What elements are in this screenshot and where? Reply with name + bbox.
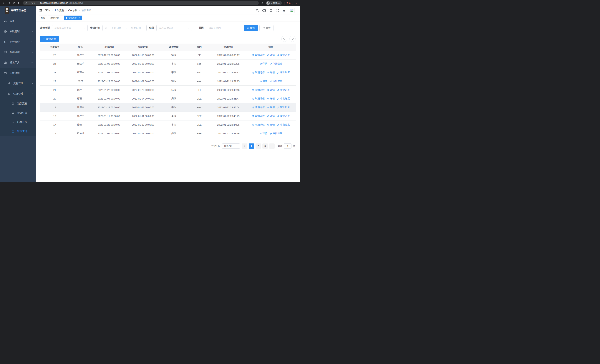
font-size-icon[interactable]: тT: [283, 9, 285, 12]
next-page-button[interactable]: [269, 143, 275, 149]
progress-link[interactable]: 审批进度: [277, 88, 290, 92]
reason-input[interactable]: [206, 25, 241, 31]
detail-link[interactable]: 详情: [260, 132, 267, 135]
tab-label: 首页: [41, 16, 45, 19]
cancel-label: 取消请假: [255, 88, 265, 92]
home-icon[interactable]: [18, 1, 21, 4]
tab-leave-query[interactable]: 请假查询×: [64, 16, 82, 20]
sidebar-item-todo-tasks[interactable]: 待办任务: [0, 108, 36, 118]
detail-label: 详情: [262, 62, 267, 65]
sidebar-item-label: 研发工具: [10, 61, 20, 64]
user-menu[interactable]: [289, 8, 297, 13]
breadcrumb-item[interactable]: OA 示例: [68, 9, 77, 12]
gear-icon: [4, 30, 7, 33]
bookmark-star-icon[interactable]: [261, 2, 264, 4]
list-icon: [8, 82, 10, 85]
tags-view: 首页流程详情×请假查询×: [36, 15, 300, 21]
pencil-icon: [270, 132, 272, 135]
sidebar-item-payment[interactable]: ¥支付管理: [0, 37, 36, 47]
progress-link[interactable]: 审批进度: [277, 53, 290, 57]
refresh-icon: [262, 27, 265, 29]
sidebar-item-workflow[interactable]: 工作流程: [0, 68, 36, 78]
search-icon[interactable]: [256, 9, 259, 12]
address-bar[interactable]: 不安全 | dashboard.yudao.iocoder.cn/bpm/oa/…: [23, 1, 259, 5]
help-icon[interactable]: [269, 9, 272, 12]
update-button[interactable]: 更新: [284, 1, 293, 5]
sidebar-item-system[interactable]: 系统管理: [0, 26, 36, 37]
sidebar-item-devtools[interactable]: 研发工具: [0, 57, 36, 68]
sidebar-item-my-process[interactable]: 我的流程: [0, 99, 36, 108]
detail-link[interactable]: 详情: [267, 114, 275, 118]
detail-link[interactable]: 详情: [267, 123, 275, 126]
sidebar-item-label: 系统管理: [10, 30, 20, 33]
tab-home[interactable]: 首页: [39, 16, 47, 20]
show-search-button[interactable]: [281, 36, 287, 42]
cancel-link[interactable]: 取消请假: [252, 106, 265, 109]
tab-process-detail[interactable]: 流程详情×: [48, 16, 63, 20]
cancel-link[interactable]: 取消请假: [252, 114, 265, 118]
sidebar-item-home[interactable]: 首页: [0, 16, 36, 26]
sidebar-item-process-mgmt[interactable]: 流程管理: [0, 78, 36, 89]
security-label: 不安全: [29, 1, 36, 5]
progress-link[interactable]: 审批进度: [277, 114, 290, 118]
cancel-link[interactable]: 取消请假: [252, 71, 265, 74]
date-range-input[interactable]: 开始日期 - 结束日期: [103, 25, 147, 31]
toolbox-icon: [4, 61, 7, 64]
detail-label: 详情: [262, 132, 267, 135]
detail-link[interactable]: 详情: [267, 97, 275, 100]
breadcrumb-item[interactable]: 工作流程: [54, 9, 64, 12]
sidebar-fold-icon[interactable]: [39, 9, 42, 12]
cancel-link[interactable]: 取消请假: [252, 97, 265, 100]
page-unit: 页: [293, 144, 295, 148]
leave-type-select[interactable]: 请选择请假类型: [52, 25, 88, 31]
reset-button[interactable]: 重置: [259, 25, 273, 31]
fullscreen-icon[interactable]: [276, 9, 279, 12]
sidebar-item-done-tasks[interactable]: 已办任务: [0, 118, 36, 127]
goto-page-input[interactable]: [284, 143, 291, 149]
github-icon[interactable]: [262, 9, 266, 12]
page-button-2[interactable]: 2: [255, 143, 261, 149]
search-icon: [283, 38, 286, 40]
page-size-select[interactable]: 10条/页: [222, 143, 240, 149]
detail-link[interactable]: 详情: [260, 80, 267, 83]
prev-page-button[interactable]: [242, 143, 247, 149]
cell-type: 病假: [160, 88, 187, 92]
detail-link[interactable]: 详情: [267, 53, 275, 57]
progress-link[interactable]: 审批进度: [277, 123, 290, 126]
browser-menu-icon[interactable]: [295, 2, 298, 4]
forward-icon[interactable]: [7, 1, 10, 4]
breadcrumb-item[interactable]: 首页: [45, 9, 50, 12]
page-button-3[interactable]: 3: [262, 143, 268, 149]
result-select[interactable]: 请选择流结果: [156, 25, 192, 31]
reload-icon[interactable]: [13, 1, 16, 4]
cancel-link[interactable]: 取消请假: [252, 123, 265, 126]
close-icon[interactable]: ×: [79, 17, 80, 19]
search-button[interactable]: 搜索: [244, 25, 258, 31]
progress-link[interactable]: 审批进度: [270, 132, 282, 135]
progress-link[interactable]: 审批进度: [277, 97, 290, 100]
progress-link[interactable]: 审批进度: [277, 106, 290, 109]
sidebar-item-leave-query[interactable]: 请假查询: [0, 127, 36, 136]
create-leave-button[interactable]: 发起请假: [40, 36, 59, 42]
back-icon[interactable]: [2, 1, 5, 4]
pencil-icon: [270, 63, 272, 65]
chevron-down-icon: [83, 27, 85, 29]
cancel-link[interactable]: 取消请假: [252, 53, 265, 57]
row-actions: 取消请假详情审批进度: [245, 88, 296, 92]
app-logo[interactable]: 芋道管理系统: [0, 6, 36, 15]
sidebar-item-infra[interactable]: 基础设施: [0, 47, 36, 57]
table-header: 申请编号状态开始时间结束时间请假类型原因申请时间操作: [40, 44, 296, 51]
page-button-1[interactable]: 1: [249, 143, 254, 149]
detail-link[interactable]: 详情: [260, 62, 267, 65]
detail-link[interactable]: 详情: [267, 88, 275, 92]
cancel-link[interactable]: 取消请假: [252, 88, 265, 92]
detail-label: 详情: [270, 97, 275, 100]
progress-link[interactable]: 审批进度: [270, 62, 282, 65]
refresh-table-button[interactable]: [290, 36, 296, 42]
close-icon[interactable]: ×: [60, 17, 61, 19]
progress-link[interactable]: 审批进度: [277, 71, 290, 74]
detail-link[interactable]: 详情: [267, 106, 275, 109]
detail-link[interactable]: 详情: [267, 71, 275, 74]
progress-link[interactable]: 审批进度: [270, 80, 282, 83]
sidebar-item-task-mgmt[interactable]: 任务管理: [0, 89, 36, 99]
